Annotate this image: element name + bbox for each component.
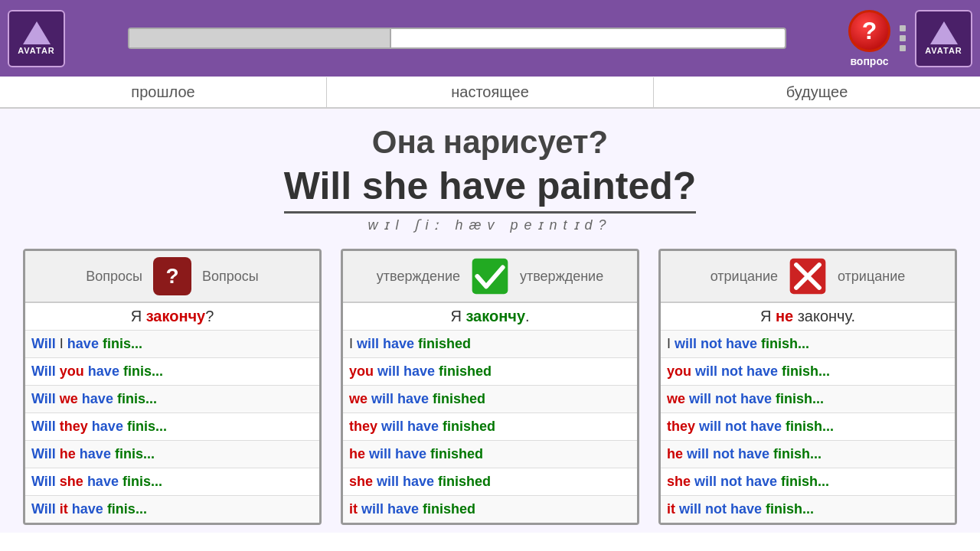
- row-6-part-1: will not have: [679, 501, 762, 517]
- row-4-part-2: finished: [430, 446, 483, 462]
- table-row: Willwehavefinis...: [25, 385, 319, 412]
- question-russian: Она нарисует?: [372, 124, 608, 161]
- menu-dot-3: [900, 45, 906, 51]
- row-4-part-0: he: [667, 446, 683, 462]
- check-icon: [471, 257, 509, 295]
- vopros-label: вопрос: [850, 55, 888, 67]
- row-2-part-2: finish...: [776, 391, 824, 407]
- row-4-part-2: have: [80, 446, 111, 462]
- vopros-button[interactable]: ? вопрос: [848, 10, 890, 67]
- row-5-part-2: have: [87, 474, 119, 490]
- tab-past[interactable]: прошлое: [0, 77, 327, 107]
- card-questions: Вопросы?ВопросыЯ закончу?WillIhavefinis.…: [23, 249, 322, 525]
- card-questions-header-label-left: Вопросы: [86, 269, 142, 285]
- row-5-part-2: finish...: [781, 474, 829, 490]
- cross-icon: [789, 257, 827, 295]
- menu-dot-1: [900, 25, 906, 31]
- row-5-part-3: finis...: [122, 474, 162, 490]
- row-2-part-0: we: [349, 391, 368, 407]
- row-2-part-1: we: [60, 391, 78, 407]
- table-row: Willshehavefinis...: [25, 468, 319, 495]
- table-row: Willtheyhavefinis...: [25, 412, 319, 440]
- row-6-part-2: have: [72, 501, 103, 517]
- row-6-part-0: it: [667, 501, 675, 517]
- card-negative-header: отрицание отрицание: [661, 251, 955, 302]
- row-5-part-1: she: [60, 474, 83, 490]
- card-affirmative: утверждение утверждениеЯ закончу.Iwill h…: [341, 249, 639, 525]
- tab-present[interactable]: настоящее: [327, 77, 654, 107]
- progress-segment-1: [129, 29, 391, 47]
- table-row: Iwill havefinished: [343, 330, 637, 357]
- row-1-part-2: finish...: [782, 364, 830, 380]
- row-5-part-1: will not have: [694, 474, 777, 490]
- table-row: wewill havefinished: [343, 385, 637, 412]
- row-6-part-1: will have: [361, 501, 419, 517]
- row-2-part-1: will not have: [689, 391, 772, 407]
- avatar-right[interactable]: AVATAR: [915, 10, 972, 67]
- card-affirmative-header-label-right: утверждение: [520, 269, 603, 285]
- table-row: youwill havefinished: [343, 357, 637, 385]
- table-row: Willithavefinis...: [25, 495, 319, 523]
- table-row: shewill not havefinish...: [661, 468, 955, 495]
- row-2-part-1: will have: [371, 391, 429, 407]
- table-row: WillIhavefinis...: [25, 330, 319, 357]
- card-negative-rows: Iwill not havefinish...youwill not havef…: [661, 330, 955, 523]
- row-1-part-1: you: [60, 364, 84, 380]
- table-row: shewill havefinished: [343, 468, 637, 495]
- progress-bar: [128, 28, 786, 49]
- card-questions-icon: ?: [153, 257, 191, 295]
- question-english: Will she have painted?: [284, 164, 697, 214]
- table-row: itwill havefinished: [343, 495, 637, 523]
- card-affirmative-icon: [471, 257, 509, 295]
- card-negative-header-label-right: отрицание: [838, 269, 905, 285]
- row-5-part-0: she: [349, 474, 373, 490]
- table-row: hewill not havefinish...: [661, 440, 955, 468]
- row-4-part-1: he: [60, 446, 76, 462]
- row-6-part-1: it: [60, 501, 68, 517]
- row-0-part-2: finish...: [761, 336, 809, 352]
- row-0-part-1: will not have: [675, 336, 757, 352]
- tab-bar: прошлое настоящее будущее: [0, 77, 980, 109]
- menu-button[interactable]: [900, 25, 906, 51]
- row-0-part-1: I: [60, 336, 64, 352]
- vopros-icon: ?: [848, 10, 890, 52]
- row-4-part-0: he: [349, 446, 365, 462]
- avatar-triangle-icon: [23, 21, 51, 44]
- card-negative: отрицание отрицаниеЯ не закончу.Iwill no…: [658, 249, 957, 525]
- card-questions-rows: WillIhavefinis...Willyouhavefinis...Will…: [25, 330, 319, 523]
- row-0-part-1: will have: [357, 336, 414, 352]
- tab-future[interactable]: будущее: [654, 77, 980, 107]
- row-5-part-2: finished: [438, 474, 491, 490]
- row-3-part-0: Will: [31, 419, 56, 435]
- row-2-part-2: have: [82, 391, 113, 407]
- header: AVATAR ? вопрос AVATAR: [0, 0, 980, 77]
- table-row: wewill not havefinish...: [661, 385, 955, 412]
- table-row: theywill havefinished: [343, 412, 637, 440]
- row-3-part-1: they: [60, 419, 88, 435]
- table-row: Iwill not havefinish...: [661, 330, 955, 357]
- row-3-part-1: will not have: [699, 419, 782, 435]
- card-questions-header: Вопросы?Вопросы: [25, 251, 319, 302]
- row-0-part-2: finished: [418, 336, 471, 352]
- row-6-part-3: finis...: [107, 501, 147, 517]
- row-0-part-2: have: [67, 336, 99, 352]
- row-1-part-1: will have: [377, 364, 435, 380]
- row-2-part-0: Will: [31, 391, 56, 407]
- row-4-part-0: Will: [31, 446, 56, 462]
- row-2-part-0: we: [667, 391, 685, 407]
- table-row: itwill not havefinish...: [661, 495, 955, 523]
- row-5-part-1: will have: [377, 474, 434, 490]
- row-5-part-0: she: [667, 474, 691, 490]
- row-3-part-2: finished: [443, 419, 495, 435]
- row-0-part-0: Will: [31, 336, 56, 352]
- row-3-part-2: have: [92, 419, 123, 435]
- row-3-part-2: finish...: [786, 419, 834, 435]
- row-0-part-3: finis...: [103, 336, 142, 352]
- row-1-part-2: have: [88, 364, 119, 380]
- card-questions-header-label-right: Вопросы: [202, 269, 259, 285]
- row-5-part-0: Will: [31, 474, 56, 490]
- row-0-part-0: I: [667, 336, 671, 352]
- avatar-left[interactable]: AVATAR: [8, 10, 65, 67]
- row-4-part-1: will have: [369, 446, 426, 462]
- avatar-label-right: AVATAR: [925, 46, 962, 55]
